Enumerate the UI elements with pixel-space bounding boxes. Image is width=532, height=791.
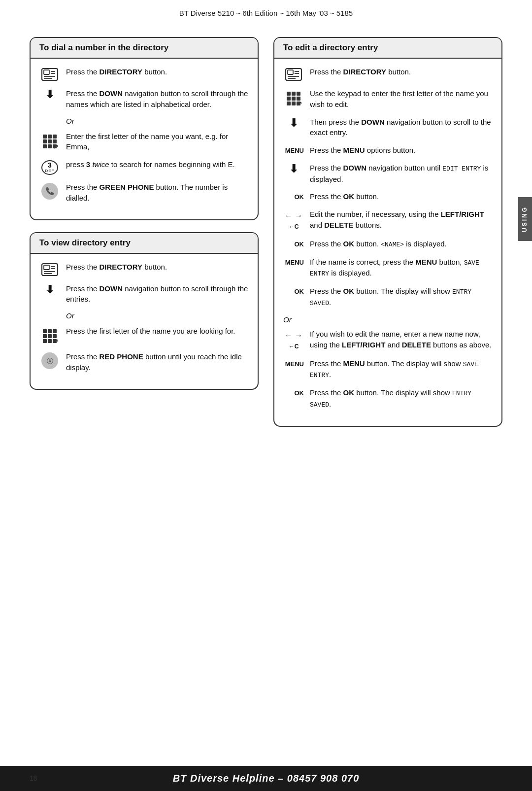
dial-step-1: Press the DIRECTORY button. xyxy=(39,67,249,81)
view-step-4: Ⓧ Press the RED PHONE button until you r… xyxy=(39,351,249,373)
keypad-icon: ↗ xyxy=(39,131,60,150)
edit-lr-icon: ← →←C xyxy=(283,209,304,232)
section-view-body: Press the DIRECTORY button. ⬇ Press the … xyxy=(31,254,258,389)
edit-step-11-text: If you wish to edit the name, enter a ne… xyxy=(310,329,493,350)
view-step-4-text: Press the RED PHONE button until you rea… xyxy=(66,351,249,373)
view-step-3: ↗ Press the first letter of the name you… xyxy=(39,326,249,344)
edit-step-10: OK Press the OK button. The display will… xyxy=(283,286,493,309)
dial-step-3: ↗ Enter the first letter of the name you… xyxy=(39,131,249,153)
header-title: BT Diverse 5210 ~ 6th Edition ~ 16th May… xyxy=(179,9,353,17)
edit-step-4-text: Press the MENU options button. xyxy=(310,145,493,156)
view-or-1: Or xyxy=(66,311,249,320)
edit-step-6-text: Press the OK button. xyxy=(310,191,493,202)
edit-step-3: ⬇ Then press the DOWN navigation button … xyxy=(283,117,493,138)
edit-menu3-label: MENU xyxy=(283,358,304,368)
left-column: To dial a number in the directory xyxy=(30,37,259,439)
edit-menu-label: MENU xyxy=(283,145,304,154)
edit-down2-icon: ⬇ xyxy=(283,163,304,174)
edit-ok2-label: OK xyxy=(283,239,304,248)
edit-step-13: OK Press the OK button. The display will… xyxy=(283,387,493,410)
view-step-2-text: Press the DOWN navigation button to scro… xyxy=(66,283,249,305)
sidebar-using-tab: USING xyxy=(518,197,532,241)
svg-rect-7 xyxy=(44,265,49,270)
dial-or-1: Or xyxy=(66,117,249,125)
edit-step-2: ↗ Use the keypad to enter the first lett… xyxy=(283,88,493,110)
directory-btn-svg xyxy=(41,68,59,81)
footer-text: BT Diverse Helpline – 08457 908 070 xyxy=(173,773,360,784)
view-step-2: ⬇ Press the DOWN navigation button to sc… xyxy=(39,283,249,305)
dial-step-4-text: press 3 twice to search for names beginn… xyxy=(66,159,249,170)
edit-step-5-text: Press the DOWN navigation button until E… xyxy=(310,163,493,185)
section-dial: To dial a number in the directory xyxy=(30,37,259,220)
red-phone-icon: Ⓧ xyxy=(39,351,60,369)
edit-step-12: MENU Press the MENU button. The display … xyxy=(283,358,493,381)
edit-step-2-text: Use the keypad to enter the first letter… xyxy=(310,88,493,110)
dial-step-5-text: Press the GREEN PHONE button. The number… xyxy=(66,182,249,204)
view-step-1: Press the DIRECTORY button. xyxy=(39,262,249,276)
footer-bar: BT Diverse Helpline – 08457 908 070 xyxy=(0,766,532,791)
svg-text:Ⓧ: Ⓧ xyxy=(47,357,53,365)
section-view-title: To view directory entry xyxy=(31,233,258,254)
section-dial-title: To dial a number in the directory xyxy=(31,38,258,59)
dial-step-1-text: Press the DIRECTORY button. xyxy=(66,67,249,77)
svg-rect-15 xyxy=(288,70,293,74)
num3-icon: 3 DEF xyxy=(39,159,60,175)
edit-step-4: MENU Press the MENU options button. xyxy=(283,145,493,156)
green-phone-icon xyxy=(39,182,60,200)
down-arrow-icon: ⬇ xyxy=(39,88,60,100)
edit-step-7: ← →←C Edit the number, if necessary, usi… xyxy=(283,209,493,232)
edit-step-1: Press the DIRECTORY button. xyxy=(283,67,493,81)
section-edit-body: Press the DIRECTORY button. ↗ xyxy=(274,59,501,426)
svg-rect-1 xyxy=(44,70,49,74)
edit-step-8: OK Press the OK button. <NAME> is displa… xyxy=(283,239,493,250)
view-step-3-text: Press the first letter of the name you a… xyxy=(66,326,249,337)
dial-step-4: 3 DEF press 3 twice to search for names … xyxy=(39,159,249,175)
edit-step-13-text: Press the OK button. The display will sh… xyxy=(310,387,493,410)
edit-step-1-text: Press the DIRECTORY button. xyxy=(310,67,493,77)
dial-step-3-text: Enter the first letter of the name you w… xyxy=(66,131,249,153)
edit-ok1-label: OK xyxy=(283,191,304,201)
edit-step-10-text: Press the OK button. The display will sh… xyxy=(310,286,493,309)
view-step-1-text: Press the DIRECTORY button. xyxy=(66,262,249,273)
edit-step-9: MENU If the name is correct, press the M… xyxy=(283,257,493,279)
view-down-icon: ⬇ xyxy=(39,283,60,295)
dial-step-2-text: Press the DOWN navigation button to scro… xyxy=(66,88,249,110)
edit-ok3-label: OK xyxy=(283,286,304,295)
edit-step-3-text: Then press the DOWN navigation button to… xyxy=(310,117,493,138)
page-header: BT Diverse 5210 ~ 6th Edition ~ 16th May… xyxy=(0,0,532,22)
section-edit: To edit a directory entry xyxy=(273,37,502,427)
main-content: To dial a number in the directory xyxy=(0,22,532,448)
dial-step-5: Press the GREEN PHONE button. The number… xyxy=(39,182,249,204)
edit-step-6: OK Press the OK button. xyxy=(283,191,493,202)
edit-dir-icon xyxy=(283,67,304,81)
edit-step-5: ⬇ Press the DOWN navigation button until… xyxy=(283,163,493,185)
edit-step-9-text: If the name is correct, press the MENU b… xyxy=(310,257,493,279)
edit-step-8-text: Press the OK button. <NAME> is displayed… xyxy=(310,239,493,250)
edit-step-11: ← →←C If you wish to edit the name, ente… xyxy=(283,329,493,351)
right-column: To edit a directory entry xyxy=(273,37,502,439)
edit-lr2-icon: ← →←C xyxy=(283,329,304,351)
edit-or: Or xyxy=(283,315,493,324)
edit-keypad-icon: ↗ xyxy=(283,88,304,107)
phone-svg xyxy=(45,186,55,196)
edit-menu2-label: MENU xyxy=(283,257,304,266)
edit-ok4-label: OK xyxy=(283,387,304,397)
directory-icon xyxy=(39,67,60,81)
edit-step-12-text: Press the MENU button. The display will … xyxy=(310,358,493,381)
dial-step-2: ⬇ Press the DOWN navigation button to sc… xyxy=(39,88,249,110)
section-dial-body: Press the DIRECTORY button. ⬇ Press the … xyxy=(31,59,258,219)
section-view: To view directory entry Press the D xyxy=(30,232,259,390)
section-edit-title: To edit a directory entry xyxy=(274,38,501,59)
view-keypad-icon: ↗ xyxy=(39,326,60,344)
edit-step-7-text: Edit the number, if necessary, using the… xyxy=(310,209,493,231)
edit-down-icon: ⬇ xyxy=(283,117,304,129)
view-dir-icon xyxy=(39,262,60,276)
page-number: 18 xyxy=(30,774,37,782)
